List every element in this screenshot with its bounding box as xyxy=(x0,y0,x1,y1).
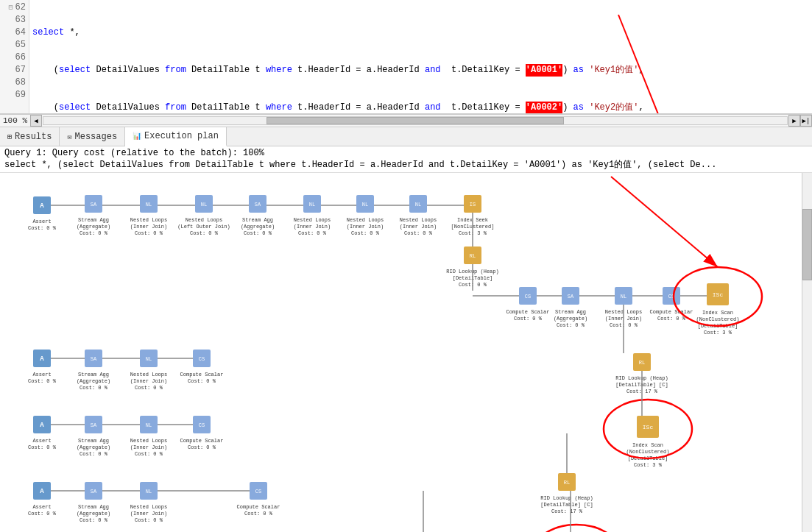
svg-text:SA: SA xyxy=(568,294,574,299)
svg-text:Compute Scalar: Compute Scalar xyxy=(506,309,550,315)
svg-text:SA: SA xyxy=(91,422,97,428)
svg-text:NL: NL xyxy=(146,489,152,494)
right-scrollbar[interactable] xyxy=(802,173,812,532)
svg-text:(Left Outer Join): (Left Outer Join) xyxy=(177,224,230,230)
horizontal-scrollbar[interactable]: 100 % ◀ ▶ ▶| xyxy=(0,114,812,127)
results-icon: ⊞ xyxy=(7,132,12,141)
execution-plan-area[interactable]: A Assert Cost: 0 % SA Stream Agg (Aggreg… xyxy=(0,173,812,532)
svg-text:(Inner Join): (Inner Join) xyxy=(347,224,384,230)
svg-text:CS: CS xyxy=(255,489,261,494)
svg-text:(NonClustered): (NonClustered) xyxy=(696,316,740,322)
svg-text:Cost: 3 %: Cost: 3 % xyxy=(704,330,732,336)
tab-results[interactable]: ⊞ Results xyxy=(0,127,60,146)
scroll-track[interactable] xyxy=(43,116,788,125)
svg-text:[DetailTable] [C]: [DetailTable] [C] xyxy=(540,502,593,508)
svg-text:SA: SA xyxy=(255,202,261,208)
line-numbers: ⊟ 62 63 64 65 66 67 68 69 xyxy=(0,0,29,113)
svg-text:(Aggregate): (Aggregate) xyxy=(554,316,587,322)
plan-svg: A Assert Cost: 0 % SA Stream Agg (Aggreg… xyxy=(0,173,802,532)
scroll-right-button[interactable]: ▶ xyxy=(788,115,800,127)
code-line-63: (select DetailValues from DetailTable t … xyxy=(32,64,809,77)
tab-messages[interactable]: ✉ Messages xyxy=(60,127,125,146)
query-cost-text: Query 1: Query cost (relative to the bat… xyxy=(4,148,264,158)
tab-bar: ⊞ Results ✉ Messages 📊 Execution plan xyxy=(0,127,812,146)
svg-text:(Aggregate): (Aggregate) xyxy=(77,224,110,230)
svg-text:NL: NL xyxy=(146,202,152,208)
svg-text:SA: SA xyxy=(91,356,97,362)
svg-text:Compute Scalar: Compute Scalar xyxy=(180,438,224,444)
svg-text:Compute Scalar: Compute Scalar xyxy=(180,372,224,377)
svg-text:Cost: 0 %: Cost: 0 % xyxy=(404,230,433,236)
svg-text:CS: CS xyxy=(525,294,531,299)
scroll-left-button[interactable]: ◀ xyxy=(30,115,42,127)
svg-text:Cost: 0 %: Cost: 0 % xyxy=(135,451,163,457)
svg-text:NL: NL xyxy=(201,202,207,208)
plan-canvas[interactable]: A Assert Cost: 0 % SA Stream Agg (Aggreg… xyxy=(0,173,812,532)
svg-text:(Inner Join): (Inner Join) xyxy=(130,444,167,450)
svg-text:Index Scan: Index Scan xyxy=(632,442,663,448)
scroll-end-button[interactable]: ▶| xyxy=(800,115,812,127)
svg-text:A: A xyxy=(40,202,44,210)
svg-text:IS: IS xyxy=(470,202,476,208)
line-69: 69 xyxy=(3,89,26,102)
svg-text:Assert: Assert xyxy=(32,372,51,377)
tab-messages-label: Messages xyxy=(74,132,117,142)
svg-text:Cost: 0 %: Cost: 0 % xyxy=(351,230,380,236)
messages-icon: ✉ xyxy=(67,132,71,141)
svg-text:SA: SA xyxy=(91,489,97,494)
svg-text:(Aggregate): (Aggregate) xyxy=(77,511,110,517)
svg-text:(Inner Join): (Inner Join) xyxy=(130,224,167,230)
line-65: 65 xyxy=(3,39,26,52)
execution-plan-icon: 📊 xyxy=(133,132,141,141)
svg-text:RL: RL xyxy=(564,480,570,486)
svg-text:CS: CS xyxy=(199,422,205,428)
tab-execution-plan[interactable]: 📊 Execution plan xyxy=(125,127,227,146)
svg-text:A: A xyxy=(40,422,44,429)
line-68: 68 xyxy=(3,77,26,89)
svg-text:(Aggregate): (Aggregate) xyxy=(77,444,110,450)
svg-text:Assert: Assert xyxy=(32,504,51,510)
code-content[interactable]: select *, (select DetailValues from Deta… xyxy=(29,0,812,113)
svg-text:A: A xyxy=(40,355,44,363)
bottom-section: ⊞ Results ✉ Messages 📊 Execution plan Qu… xyxy=(0,127,812,532)
line-66: 66 xyxy=(3,52,26,64)
svg-text:NL: NL xyxy=(309,202,315,208)
line-62: ⊟ 62 xyxy=(3,1,26,14)
line-64: 64 xyxy=(3,26,26,39)
svg-text:Cost: 0 %: Cost: 0 % xyxy=(28,225,57,231)
svg-text:Stream Agg: Stream Agg xyxy=(78,372,109,377)
svg-text:Cost: 0 %: Cost: 0 % xyxy=(135,385,163,391)
svg-text:Index Scan: Index Scan xyxy=(702,310,733,316)
svg-text:Cost: 0 %: Cost: 0 % xyxy=(80,230,108,236)
svg-text:(Aggregate): (Aggregate) xyxy=(241,224,275,230)
svg-text:Cost: 17 %: Cost: 17 % xyxy=(551,508,583,514)
svg-text:(Inner Join): (Inner Join) xyxy=(130,378,167,384)
svg-text:Nested Loops: Nested Loops xyxy=(130,217,167,223)
svg-text:RID Lookup (Heap): RID Lookup (Heap) xyxy=(540,495,593,501)
scroll-thumb[interactable] xyxy=(266,117,564,124)
editor-area: ⊟ 62 63 64 65 66 67 68 69 select *, (sel… xyxy=(0,0,812,114)
svg-text:CS: CS xyxy=(199,356,205,362)
zoom-label: 100 % xyxy=(0,116,30,125)
svg-text:Nested Loops: Nested Loops xyxy=(130,438,167,444)
svg-text:Nested Loops: Nested Loops xyxy=(400,217,437,223)
svg-text:Cost: 0 %: Cost: 0 % xyxy=(80,451,108,457)
svg-text:Compute Scalar: Compute Scalar xyxy=(650,309,693,315)
tab-results-label: Results xyxy=(15,132,52,142)
collapse-icon-62[interactable]: ⊟ xyxy=(9,1,13,14)
svg-text:(Inner Join): (Inner Join) xyxy=(294,224,331,230)
svg-text:Cost: 0 %: Cost: 0 % xyxy=(28,378,57,384)
svg-text:ISc: ISc xyxy=(713,291,724,298)
svg-text:Stream Agg: Stream Agg xyxy=(78,217,109,223)
right-scroll-thumb[interactable] xyxy=(802,209,812,281)
svg-text:Compute Scalar: Compute Scalar xyxy=(237,504,280,510)
line-63: 63 xyxy=(3,14,26,26)
svg-text:Cost: 0 %: Cost: 0 % xyxy=(188,444,216,450)
code-line-64: (select DetailValues from DetailTable t … xyxy=(32,102,809,113)
svg-text:NL: NL xyxy=(415,202,421,208)
svg-text:Cost: 0 %: Cost: 0 % xyxy=(298,230,327,236)
svg-text:Stream Agg: Stream Agg xyxy=(78,504,109,510)
main-container: ⊟ 62 63 64 65 66 67 68 69 select *, (sel… xyxy=(0,0,812,532)
svg-text:Stream Agg: Stream Agg xyxy=(555,309,586,315)
svg-text:SA: SA xyxy=(91,202,97,208)
